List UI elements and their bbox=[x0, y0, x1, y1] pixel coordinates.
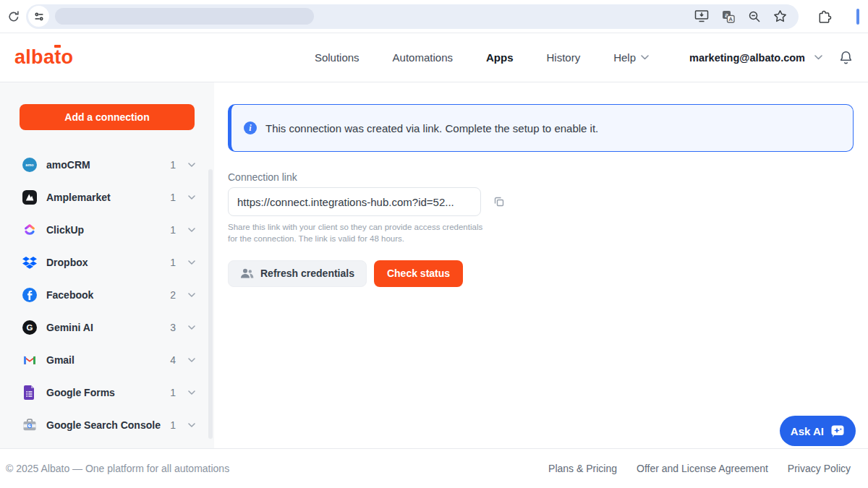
address-bar[interactable]: a A bbox=[26, 4, 799, 29]
app-name: Google Search Console bbox=[46, 419, 170, 431]
app-name: ClickUp bbox=[46, 224, 170, 236]
bookmark-star-icon[interactable] bbox=[773, 9, 787, 23]
gmail-icon bbox=[22, 353, 38, 367]
chevron-down-icon[interactable] bbox=[188, 228, 195, 232]
svg-text:amo: amo bbox=[25, 163, 34, 167]
footer: © 2025 Albato — One platform for all aut… bbox=[0, 448, 868, 487]
page-body: Add a connection amo amoCRM 1 Amplemarke… bbox=[0, 82, 868, 448]
chevron-down-icon[interactable] bbox=[188, 390, 195, 395]
chevron-down-icon[interactable] bbox=[188, 163, 195, 167]
zoom-out-icon[interactable] bbox=[748, 10, 761, 23]
google-search-console-icon bbox=[22, 418, 38, 432]
sidebar-item-google-search-console[interactable]: Google Search Console 1 bbox=[0, 408, 214, 441]
facebook-icon bbox=[22, 288, 38, 302]
footer-link-plans-pricing[interactable]: Plans & Pricing bbox=[548, 463, 617, 474]
app-connection-count: 1 bbox=[170, 387, 176, 398]
url-redacted bbox=[55, 8, 314, 25]
copy-icon[interactable] bbox=[493, 195, 506, 208]
footer-links: Plans & PricingOffer and License Agreeme… bbox=[548, 463, 851, 474]
sidebar-item-gmail[interactable]: Gmail 4 bbox=[0, 343, 214, 376]
connection-link-input[interactable] bbox=[228, 187, 481, 216]
amplemarket-icon bbox=[22, 190, 38, 205]
sidebar-item-dropbox[interactable]: Dropbox 1 bbox=[0, 246, 214, 278]
ai-sparkle-chat-icon bbox=[830, 424, 845, 438]
account-menu[interactable]: marketing@albato.com bbox=[689, 50, 854, 65]
app-name: Facebook bbox=[46, 289, 170, 301]
profile-strip[interactable] bbox=[856, 9, 859, 25]
app-name: amoCRM bbox=[46, 159, 170, 171]
browser-toolbar: a A bbox=[0, 0, 868, 33]
app-name: Gemini AI bbox=[46, 322, 170, 333]
chevron-down-icon[interactable] bbox=[188, 195, 195, 200]
sidebar-item-facebook[interactable]: Facebook 2 bbox=[0, 278, 214, 311]
reload-icon[interactable] bbox=[7, 10, 20, 23]
nav-solutions[interactable]: Solutions bbox=[315, 51, 359, 64]
footer-link-privacy-policy[interactable]: Privacy Policy bbox=[788, 463, 851, 474]
clickup-icon bbox=[22, 223, 38, 237]
footer-link-offer-and-license-agreement[interactable]: Offer and License Agreement bbox=[637, 463, 768, 474]
app-connection-count: 1 bbox=[170, 419, 176, 431]
app-name: Gmail bbox=[46, 354, 170, 366]
nav-help[interactable]: Help bbox=[613, 51, 649, 64]
refresh-credentials-label: Refresh credentials bbox=[260, 267, 354, 279]
account-email[interactable]: marketing@albato.com bbox=[689, 52, 805, 64]
info-banner: i This connection was created via link. … bbox=[228, 104, 854, 152]
svg-text:A: A bbox=[728, 15, 733, 22]
link-helper-text: Share this link with your client so they… bbox=[228, 221, 488, 245]
install-icon[interactable] bbox=[694, 9, 709, 23]
info-icon: i bbox=[244, 121, 257, 134]
connection-link-label: Connection link bbox=[228, 171, 854, 183]
nav-apps[interactable]: Apps bbox=[486, 51, 514, 64]
main-nav: SolutionsAutomationsAppsHistoryHelp bbox=[315, 51, 649, 64]
chevron-down-icon bbox=[641, 55, 649, 60]
nav-automations[interactable]: Automations bbox=[393, 51, 453, 64]
nav-label: History bbox=[546, 51, 580, 64]
app-connection-count: 4 bbox=[170, 354, 176, 366]
people-icon bbox=[240, 267, 254, 279]
nav-history[interactable]: History bbox=[546, 51, 580, 64]
google-forms-icon bbox=[22, 385, 38, 400]
bell-icon[interactable] bbox=[838, 50, 854, 65]
nav-label: Solutions bbox=[315, 51, 359, 64]
nav-label: Help bbox=[613, 51, 636, 64]
sidebar-item-amplemarket[interactable]: Amplemarket 1 bbox=[0, 181, 214, 213]
app-list: amo amoCRM 1 Amplemarket 1 ClickUp 1 Dro… bbox=[0, 148, 214, 441]
svg-text:G: G bbox=[27, 323, 33, 332]
omnibox-actions: a A bbox=[694, 9, 787, 24]
gemini-icon: G bbox=[22, 320, 38, 335]
app-name: Dropbox bbox=[46, 257, 170, 268]
chevron-down-icon[interactable] bbox=[188, 423, 195, 427]
ask-ai-button[interactable]: Ask AI bbox=[780, 416, 856, 446]
check-status-button[interactable]: Check status bbox=[374, 260, 463, 287]
site-header: albato SolutionsAutomationsAppsHistoryHe… bbox=[0, 33, 868, 82]
page: a A bbox=[0, 0, 868, 488]
chevron-down-icon[interactable] bbox=[188, 260, 195, 265]
connection-link-row bbox=[228, 187, 854, 216]
connections-sidebar: Add a connection amo amoCRM 1 Amplemarke… bbox=[0, 82, 214, 448]
sidebar-item-gemini-ai[interactable]: G Gemini AI 3 bbox=[0, 311, 214, 343]
sidebar-item-google-forms[interactable]: Google Forms 1 bbox=[0, 376, 214, 408]
tune-icon[interactable] bbox=[28, 6, 49, 27]
copyright-text: © 2025 Albato — One platform for all aut… bbox=[6, 463, 229, 474]
sidebar-scrollbar[interactable] bbox=[208, 169, 213, 439]
albato-logo[interactable]: albato bbox=[14, 46, 73, 69]
sidebar-item-clickup[interactable]: ClickUp 1 bbox=[0, 213, 214, 246]
chevron-down-icon[interactable] bbox=[814, 55, 822, 60]
refresh-credentials-button[interactable]: Refresh credentials bbox=[228, 260, 367, 287]
main-content: i This connection was created via link. … bbox=[214, 82, 868, 448]
translate-icon[interactable]: a A bbox=[721, 9, 736, 24]
app-name: Google Forms bbox=[46, 387, 170, 398]
ask-ai-label: Ask AI bbox=[791, 425, 824, 437]
add-connection-button[interactable]: Add a connection bbox=[20, 104, 195, 130]
nav-label: Apps bbox=[486, 51, 514, 64]
chevron-down-icon[interactable] bbox=[188, 325, 195, 330]
action-buttons: Refresh credentials Check status bbox=[228, 260, 854, 287]
chevron-down-icon[interactable] bbox=[188, 358, 195, 362]
app-connection-count: 1 bbox=[170, 224, 176, 236]
extensions-icon[interactable] bbox=[817, 9, 832, 24]
app-connection-count: 1 bbox=[170, 192, 176, 203]
dropbox-icon bbox=[22, 255, 38, 270]
sidebar-item-amocrm[interactable]: amo amoCRM 1 bbox=[0, 148, 214, 181]
chevron-down-icon[interactable] bbox=[188, 293, 195, 297]
nav-label: Automations bbox=[393, 51, 453, 64]
